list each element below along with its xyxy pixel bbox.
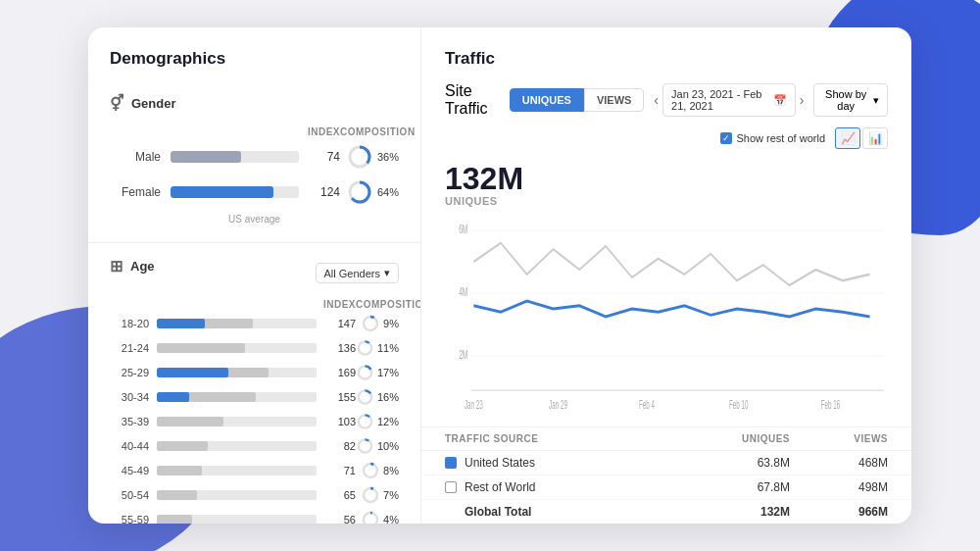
age-comp-cell: 16% bbox=[356, 387, 399, 407]
gender-row-female: Female 124 64% bbox=[110, 178, 399, 206]
age-row-index: 56 bbox=[322, 514, 356, 524]
traffic-table-header: TRAFFIC SOURCE UNIQUES VIEWS bbox=[421, 427, 911, 451]
age-donut bbox=[361, 461, 380, 480]
svg-point-14 bbox=[359, 439, 371, 452]
source-global: Global Total bbox=[445, 505, 692, 519]
checkbox-box: ✓ bbox=[720, 132, 732, 144]
gender-col-index: INDEX bbox=[307, 126, 340, 137]
prev-date-arrow[interactable]: ‹ bbox=[654, 92, 659, 108]
all-genders-label: All Genders bbox=[324, 268, 380, 279]
age-bar-wrap bbox=[157, 490, 317, 500]
age-section-header: ⊞ Age All Genders ▾ bbox=[110, 257, 399, 289]
table-row-row: Rest of World 67.8M 498M bbox=[421, 476, 911, 500]
all-genders-dropdown[interactable]: All Genders ▾ bbox=[316, 263, 399, 283]
svg-point-12 bbox=[359, 415, 371, 427]
bar-chart-btn[interactable]: 📊 bbox=[862, 127, 888, 149]
next-date-arrow[interactable]: › bbox=[800, 92, 805, 108]
age-row: 25-29 169 17% bbox=[110, 363, 399, 382]
show-rest-world-label: Show rest of world bbox=[737, 132, 825, 144]
age-donut bbox=[356, 363, 374, 382]
gender-male-donut bbox=[346, 143, 373, 171]
row-views: 498M bbox=[790, 480, 888, 494]
age-comp-cell: 8% bbox=[356, 461, 399, 480]
age-row: 45-49 71 8% bbox=[110, 461, 399, 480]
age-row: 50-54 65 7% bbox=[110, 485, 399, 505]
source-dot-row bbox=[445, 481, 457, 493]
age-donut bbox=[361, 510, 380, 524]
svg-point-6 bbox=[359, 341, 371, 354]
gender-male-label: Male bbox=[110, 150, 161, 164]
age-bar-wrap bbox=[157, 515, 317, 524]
gender-section: ⚥ Gender INDEX COMPOSITION Male 74 bbox=[88, 82, 420, 243]
gender-male-index: 74 bbox=[307, 150, 340, 164]
age-row-label: 50-54 bbox=[110, 489, 149, 501]
age-row: 21-24 136 11% bbox=[110, 338, 399, 358]
traffic-table: TRAFFIC SOURCE UNIQUES VIEWS United Stat… bbox=[421, 426, 911, 524]
age-comp-text: 12% bbox=[377, 416, 399, 427]
svg-point-4 bbox=[364, 317, 377, 330]
age-row: 30-34 155 16% bbox=[110, 387, 399, 407]
age-comp-cell: 17% bbox=[356, 363, 399, 382]
svg-text:Feb 16: Feb 16 bbox=[821, 398, 841, 412]
age-comp-text: 17% bbox=[377, 367, 399, 378]
age-row-index: 169 bbox=[322, 367, 356, 378]
controls-row: ✓ Show rest of world 📈 📊 bbox=[421, 125, 911, 155]
tab-uniques[interactable]: UNIQUES bbox=[510, 88, 584, 112]
age-row-label: 35-39 bbox=[110, 416, 149, 427]
right-panel: Traffic Site Traffic UNIQUES VIEWS ‹ Jan… bbox=[421, 27, 911, 524]
source-label-row: Rest of World bbox=[465, 480, 535, 494]
age-comp-text: 16% bbox=[377, 391, 399, 403]
date-range-box[interactable]: Jan 23, 2021 - Feb 21, 2021 📅 bbox=[662, 83, 796, 117]
svg-text:4M: 4M bbox=[459, 285, 467, 299]
tab-views[interactable]: VIEWS bbox=[584, 88, 644, 112]
date-navigation: ‹ Jan 23, 2021 - Feb 21, 2021 📅 › bbox=[654, 83, 804, 117]
age-section: ⊞ Age All Genders ▾ INDEX COMPOSITION 18… bbox=[88, 243, 420, 524]
uniques-views-tabs: UNIQUES VIEWS bbox=[510, 88, 645, 112]
age-row-label: 21-24 bbox=[110, 342, 149, 354]
age-col-comp: COMPOSITION bbox=[356, 299, 399, 310]
table-row-us: United States 63.8M 468M bbox=[421, 451, 911, 476]
age-row-label: 45-49 bbox=[110, 465, 149, 476]
age-bar-gray bbox=[157, 515, 192, 524]
age-row: 35-39 103 12% bbox=[110, 412, 399, 431]
us-uniques: 63.8M bbox=[692, 456, 790, 470]
row-uniques: 67.8M bbox=[692, 480, 790, 494]
source-label-global: Global Total bbox=[465, 505, 531, 519]
col-views: VIEWS bbox=[790, 433, 888, 444]
stat-number: 132M bbox=[445, 161, 888, 197]
gender-female-index: 124 bbox=[307, 185, 340, 199]
svg-text:Feb 10: Feb 10 bbox=[729, 398, 749, 412]
age-row-index: 155 bbox=[322, 391, 356, 403]
main-card: Demographics ⚥ Gender INDEX COMPOSITION … bbox=[88, 27, 911, 524]
age-row-index: 103 bbox=[322, 416, 356, 427]
age-donut bbox=[356, 387, 374, 407]
age-bar-gray bbox=[157, 490, 197, 500]
gender-row-male: Male 74 36% bbox=[110, 143, 399, 171]
show-rest-world-checkbox[interactable]: ✓ Show rest of world bbox=[720, 132, 825, 144]
chart-type-buttons: 📈 📊 bbox=[835, 127, 888, 149]
age-row-index: 71 bbox=[322, 465, 356, 476]
age-comp-text: 11% bbox=[377, 342, 399, 354]
age-donut bbox=[361, 485, 380, 505]
gender-label: Gender bbox=[131, 96, 176, 111]
age-bar-wrap bbox=[157, 319, 317, 328]
age-comp-cell: 4% bbox=[356, 510, 399, 524]
age-icon: ⊞ bbox=[110, 257, 122, 276]
age-bar-wrap bbox=[157, 368, 317, 377]
line-chart-btn[interactable]: 📈 bbox=[835, 127, 860, 149]
age-bar-gray bbox=[157, 417, 223, 426]
age-bar-wrap bbox=[157, 417, 317, 426]
age-row: 40-44 82 10% bbox=[110, 436, 399, 456]
col-traffic-source: TRAFFIC SOURCE bbox=[445, 433, 692, 444]
dropdown-chevron-icon: ▾ bbox=[384, 267, 390, 279]
age-bar-gray bbox=[157, 441, 208, 451]
age-row-label: 40-44 bbox=[110, 440, 149, 452]
col-uniques: UNIQUES bbox=[692, 433, 790, 444]
age-row-label: 25-29 bbox=[110, 367, 149, 378]
age-row-index: 147 bbox=[322, 318, 356, 329]
age-row-index: 65 bbox=[322, 489, 356, 501]
show-by-button[interactable]: Show by day ▾ bbox=[813, 83, 888, 117]
gender-male-comp: 36% bbox=[340, 143, 399, 171]
traffic-title: Traffic bbox=[421, 27, 911, 78]
stat-block: 132M UNIQUES bbox=[421, 155, 911, 215]
